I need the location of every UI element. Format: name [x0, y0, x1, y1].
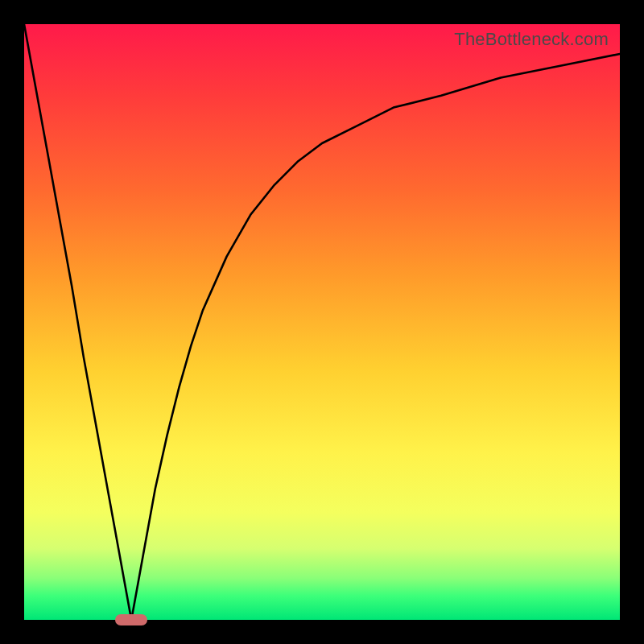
bottleneck-curve-left	[24, 24, 131, 620]
chart-frame: TheBottleneck.com	[0, 0, 644, 644]
bottleneck-curve-right	[131, 54, 620, 620]
curve-overlay	[24, 24, 620, 620]
plot-area: TheBottleneck.com	[24, 24, 620, 620]
optimal-point-marker	[115, 614, 147, 625]
